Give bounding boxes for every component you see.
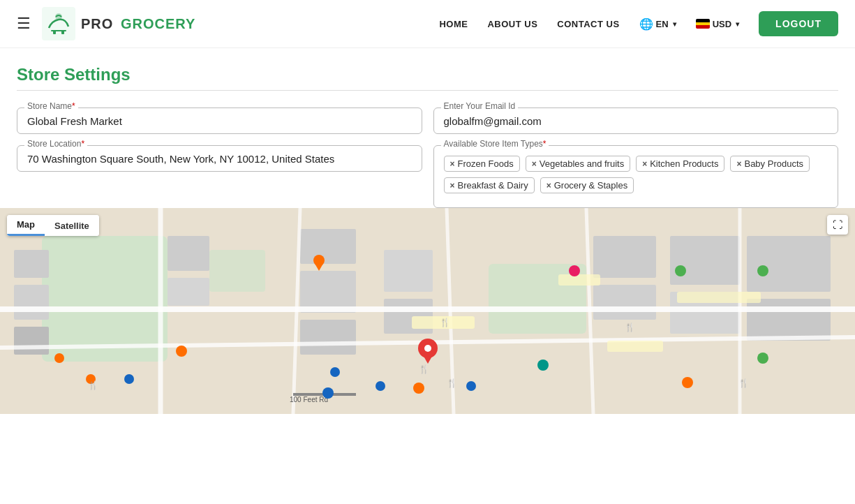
- svg-rect-0: [42, 7, 75, 40]
- svg-point-44: [330, 367, 340, 377]
- svg-text:🍴: 🍴: [440, 317, 450, 327]
- email-label: Enter Your Email Id: [441, 101, 519, 111]
- hamburger-button[interactable]: ☰: [17, 15, 31, 33]
- tag-label: Kitchen Products: [650, 158, 718, 169]
- item-type-tag[interactable]: ×Baby Products: [730, 156, 810, 172]
- svg-rect-34: [677, 292, 761, 303]
- tag-remove-icon[interactable]: ×: [450, 159, 455, 169]
- page-title: Store Settings: [17, 65, 838, 84]
- svg-rect-2: [53, 30, 56, 34]
- header: ☰ PRO GROCERY HOME ABOUT US CONTACT US 🌐: [0, 0, 855, 48]
- map-container: 100 Feet Rd 🍴 🍴 🍴 🍴 🍴 🍴 Map: [0, 208, 855, 414]
- tag-remove-icon[interactable]: ×: [547, 181, 551, 191]
- svg-point-42: [413, 383, 424, 394]
- nav-home[interactable]: HOME: [439, 19, 468, 29]
- logout-button[interactable]: LOGOUT: [759, 11, 838, 36]
- tag-label: Grocery & Staples: [554, 180, 628, 191]
- svg-text:🍴: 🍴: [625, 322, 635, 332]
- svg-marker-62: [422, 354, 433, 364]
- map-background: 100 Feet Rd 🍴 🍴 🍴 🍴 🍴 🍴: [0, 208, 855, 414]
- svg-text:🍴: 🍴: [447, 378, 457, 388]
- svg-rect-20: [670, 236, 740, 285]
- header-left: ☰ PRO GROCERY: [17, 7, 195, 40]
- svg-text:🍴: 🍴: [738, 378, 749, 388]
- item-types-box: Available Store Item Types* ×Frozen Food…: [433, 145, 839, 208]
- item-type-tag[interactable]: ×Grocery & Staples: [540, 177, 634, 193]
- language-code: EN: [656, 19, 669, 29]
- currency-code: USD: [713, 19, 731, 29]
- store-name-field: Store Name*: [17, 108, 422, 134]
- location-input[interactable]: [27, 153, 412, 165]
- svg-point-51: [675, 265, 686, 276]
- email-input[interactable]: [444, 115, 828, 127]
- map-button[interactable]: Map: [7, 215, 45, 236]
- map-location-pin: [418, 339, 438, 369]
- svg-point-45: [376, 381, 385, 391]
- store-name-input[interactable]: [27, 115, 412, 127]
- nav-about[interactable]: ABOUT US: [487, 19, 537, 29]
- svg-point-48: [569, 265, 580, 276]
- svg-point-47: [124, 374, 134, 384]
- nav-links: HOME ABOUT US CONTACT US 🌐 EN ▾ USD ▾ LO…: [439, 11, 838, 36]
- tag-remove-icon[interactable]: ×: [532, 159, 537, 169]
- language-selector[interactable]: 🌐 EN ▾: [639, 17, 676, 31]
- tag-remove-icon[interactable]: ×: [736, 159, 741, 169]
- svg-rect-19: [593, 285, 656, 320]
- svg-rect-18: [593, 236, 656, 278]
- svg-rect-5: [42, 236, 168, 362]
- nav-contact[interactable]: CONTACT US: [557, 19, 619, 29]
- svg-point-39: [54, 353, 64, 363]
- svg-rect-33: [607, 341, 663, 352]
- location-label: Store Location*: [24, 139, 87, 149]
- svg-text:🍴: 🍴: [88, 380, 98, 390]
- tag-remove-icon[interactable]: ×: [450, 181, 455, 191]
- page-divider: [17, 90, 838, 91]
- form-row-2: Store Location* Available Store Item Typ…: [17, 145, 838, 208]
- svg-rect-32: [558, 274, 600, 286]
- tag-label: Vegetables and fruits: [540, 158, 624, 169]
- store-name-label: Store Name*: [24, 101, 78, 111]
- svg-point-53: [322, 387, 334, 399]
- logo-text: PRO GROCERY: [81, 16, 195, 32]
- tag-label: Baby Products: [744, 158, 803, 169]
- location-field: Store Location*: [17, 145, 422, 172]
- language-chevron-icon: ▾: [673, 20, 676, 28]
- currency-chevron-icon: ▾: [736, 20, 739, 28]
- map-controls: Map Satellite: [7, 215, 99, 236]
- svg-rect-23: [747, 299, 831, 341]
- svg-point-61: [424, 345, 431, 352]
- svg-rect-22: [747, 236, 831, 292]
- item-type-tag[interactable]: ×Vegetables and fruits: [526, 156, 630, 172]
- logo-grocery: GROCERY: [121, 16, 195, 31]
- svg-point-41: [176, 346, 187, 357]
- svg-rect-13: [300, 229, 356, 264]
- svg-rect-8: [14, 250, 49, 278]
- svg-point-46: [466, 381, 476, 391]
- item-types-label: Available Store Item Types*: [441, 139, 549, 149]
- logo-icon: [42, 7, 75, 40]
- svg-rect-9: [14, 285, 49, 320]
- svg-rect-11: [168, 236, 209, 271]
- svg-point-50: [757, 353, 768, 364]
- currency-flag-icon: [696, 19, 710, 29]
- tag-remove-icon[interactable]: ×: [642, 159, 647, 169]
- svg-rect-6: [209, 250, 265, 292]
- item-type-tag[interactable]: ×Kitchen Products: [636, 156, 724, 172]
- map-fullscreen-button[interactable]: ⛶: [827, 215, 848, 235]
- satellite-button[interactable]: Satellite: [45, 215, 99, 236]
- fullscreen-icon: ⛶: [833, 219, 842, 230]
- svg-point-52: [537, 360, 549, 371]
- item-type-tag[interactable]: ×Frozen Foods: [444, 156, 520, 172]
- svg-point-43: [682, 377, 693, 388]
- form-row-1: Store Name* Enter Your Email Id: [17, 108, 838, 134]
- logo-pro: PRO: [81, 16, 113, 31]
- globe-icon: 🌐: [639, 17, 653, 31]
- svg-rect-12: [168, 278, 209, 306]
- svg-point-49: [757, 265, 768, 276]
- item-type-tag[interactable]: ×Breakfast & Dairy: [444, 177, 535, 193]
- svg-rect-3: [61, 30, 64, 34]
- currency-selector[interactable]: USD ▾: [696, 19, 739, 29]
- tag-label: Breakfast & Dairy: [458, 180, 528, 191]
- svg-text:100 Feet Rd: 100 Feet Rd: [290, 396, 328, 403]
- tags-container: ×Frozen Foods×Vegetables and fruits×Kitc…: [444, 156, 828, 193]
